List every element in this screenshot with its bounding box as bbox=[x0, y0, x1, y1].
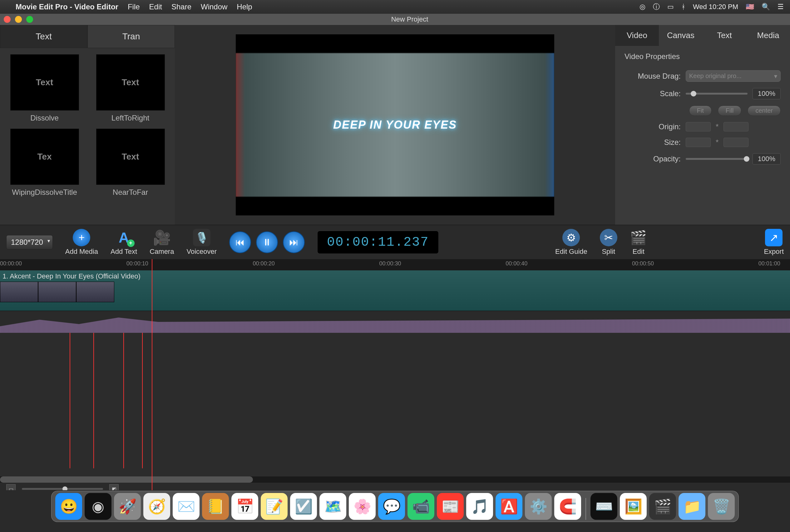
dock-app-magnet[interactable]: 🧲 bbox=[554, 493, 581, 520]
ruler-tick: 00:00:20 bbox=[253, 260, 275, 267]
spotlight-icon[interactable]: 🔍 bbox=[761, 3, 770, 11]
prev-button[interactable]: ⏮ bbox=[229, 231, 251, 253]
zoom-in-icon[interactable]: ◩ bbox=[109, 484, 119, 490]
dock-app-contacts[interactable]: 📒 bbox=[202, 493, 229, 520]
star-sep: * bbox=[716, 122, 718, 131]
export-button[interactable]: ↗ Export bbox=[764, 229, 784, 256]
close-window-button[interactable] bbox=[4, 16, 11, 23]
audio-track[interactable] bbox=[0, 311, 790, 333]
opacity-value[interactable]: 100% bbox=[753, 153, 780, 165]
add-media-button[interactable]: + Add Media bbox=[65, 229, 98, 256]
dock-app-appstore[interactable]: 🅰️ bbox=[495, 493, 522, 520]
dock-app-maps[interactable]: 🗺️ bbox=[319, 493, 346, 520]
display-icon[interactable]: ▭ bbox=[667, 3, 674, 11]
dock-app-notes[interactable]: 📝 bbox=[261, 493, 287, 520]
tab-media[interactable]: Media bbox=[746, 25, 790, 46]
pause-button[interactable]: ⏸ bbox=[256, 231, 278, 253]
menu-edit[interactable]: Edit bbox=[149, 2, 162, 11]
preset-label: NearToFar bbox=[92, 188, 169, 197]
zoom-out-icon[interactable]: ▭ bbox=[6, 484, 16, 490]
tab-tran[interactable]: Tran bbox=[88, 25, 175, 48]
tab-video[interactable]: Video bbox=[615, 25, 659, 46]
dock-app-folder[interactable]: 📁 bbox=[679, 493, 706, 520]
tab-text-props[interactable]: Text bbox=[702, 25, 746, 46]
resolution-select[interactable]: 1280*720 bbox=[6, 235, 53, 249]
dock-app-safari[interactable]: 🧭 bbox=[143, 493, 170, 520]
preset-neartofar[interactable]: Text NearToFar bbox=[92, 129, 169, 197]
bluetooth-icon[interactable]: ᚼ bbox=[681, 3, 685, 11]
dock-app-terminal[interactable]: ⌨️ bbox=[590, 493, 617, 520]
dock-area: 😀◉🚀🧭✉️📒📅📝☑️🗺️🌸💬📹📰🎵🅰️⚙️🧲⌨️🖼️🎬📁🗑️ bbox=[0, 490, 790, 525]
playhead[interactable] bbox=[152, 259, 152, 490]
tab-text[interactable]: Text bbox=[0, 25, 88, 48]
dock-app-siri[interactable]: ◉ bbox=[84, 493, 111, 520]
marker[interactable] bbox=[142, 333, 143, 468]
marker[interactable] bbox=[123, 333, 124, 468]
edit-button[interactable]: 🎬 Edit bbox=[630, 229, 647, 256]
dock-app-imovie[interactable]: 🎬 bbox=[649, 493, 676, 520]
size-h-input[interactable] bbox=[723, 138, 749, 147]
tab-canvas[interactable]: Canvas bbox=[659, 25, 702, 46]
zoom-window-button[interactable] bbox=[26, 16, 33, 23]
preset-lefttoright[interactable]: Text LeftToRight bbox=[92, 54, 169, 122]
gear-icon: ⚙ bbox=[562, 229, 580, 246]
video-track[interactable]: 1. Akcent - Deep In Your Eyes (Official … bbox=[0, 270, 790, 311]
video-preview[interactable]: DEEP IN YOUR EYES bbox=[236, 34, 554, 215]
scale-slider[interactable] bbox=[686, 93, 748, 95]
timeline[interactable]: 00:00:00 00:00:10 00:00:20 00:00:30 00:0… bbox=[0, 259, 790, 490]
preset-label: LeftToRight bbox=[92, 114, 169, 122]
voiceover-button[interactable]: 🎙️ Voiceover bbox=[186, 229, 217, 256]
marker[interactable] bbox=[93, 333, 94, 468]
dock-app-news[interactable]: 📰 bbox=[437, 493, 464, 520]
dock-app-mail[interactable]: ✉️ bbox=[173, 493, 200, 520]
timeline-scrollbar[interactable] bbox=[0, 476, 790, 483]
ruler-tick: 00:00:50 bbox=[632, 260, 654, 267]
timeline-ruler[interactable]: 00:00:00 00:00:10 00:00:20 00:00:30 00:0… bbox=[0, 259, 790, 270]
edit-guide-button[interactable]: ⚙ Edit Guide bbox=[555, 229, 587, 256]
menu-window[interactable]: Window bbox=[201, 2, 227, 11]
dock-app-preview[interactable]: 🖼️ bbox=[620, 493, 647, 520]
preset-dissolve[interactable]: Text Dissolve bbox=[6, 54, 83, 122]
camera-button[interactable]: 🎥 Camera bbox=[150, 229, 174, 256]
size-w-input[interactable] bbox=[686, 138, 711, 147]
add-text-button[interactable]: A+ Add Text bbox=[111, 229, 137, 256]
split-button[interactable]: ✂ Split bbox=[600, 229, 617, 256]
dock-app-reminders[interactable]: ☑️ bbox=[290, 493, 317, 520]
menu-help[interactable]: Help bbox=[237, 2, 252, 11]
cc-icon[interactable]: ◎ bbox=[639, 3, 645, 11]
center-button[interactable]: center bbox=[748, 106, 780, 116]
split-icon: ✂ bbox=[600, 229, 617, 246]
menu-extras-icon[interactable]: ☰ bbox=[777, 3, 784, 11]
flag-icon[interactable]: 🇺🇸 bbox=[746, 3, 754, 11]
scale-value[interactable]: 100% bbox=[753, 88, 780, 99]
fit-button[interactable]: Fit bbox=[689, 106, 712, 116]
dock-app-trash[interactable]: 🗑️ bbox=[708, 493, 735, 520]
dock-app-finder[interactable]: 😀 bbox=[55, 493, 82, 520]
next-button[interactable]: ⏭ bbox=[283, 231, 305, 253]
camera-icon: 🎥 bbox=[153, 229, 170, 246]
mouse-drag-select[interactable]: Keep original pro... bbox=[686, 70, 780, 82]
marker[interactable] bbox=[70, 333, 70, 468]
info-icon[interactable]: ⓘ bbox=[653, 2, 660, 12]
preset-wipingdissolve[interactable]: Tex WipingDissolveTitle bbox=[6, 129, 83, 197]
origin-y-input[interactable] bbox=[723, 122, 749, 131]
empty-tracks[interactable] bbox=[0, 333, 790, 476]
fill-button[interactable]: Fill bbox=[718, 106, 741, 116]
app-name[interactable]: Movie Edit Pro - Video Editor bbox=[16, 2, 118, 11]
dock-app-launchpad[interactable]: 🚀 bbox=[114, 493, 141, 520]
dock-app-messages[interactable]: 💬 bbox=[378, 493, 405, 520]
dock-app-photos[interactable]: 🌸 bbox=[349, 493, 376, 520]
ruler-tick: 00:01:00 bbox=[758, 260, 780, 267]
preset-thumb: Text bbox=[96, 54, 165, 111]
clock[interactable]: Wed 10:20 PM bbox=[693, 3, 738, 11]
menu-share[interactable]: Share bbox=[171, 2, 191, 11]
dock-app-calendar[interactable]: 📅 bbox=[231, 493, 258, 520]
menu-file[interactable]: File bbox=[128, 2, 140, 11]
minimize-window-button[interactable] bbox=[15, 16, 22, 23]
dock-app-settings[interactable]: ⚙️ bbox=[525, 493, 552, 520]
origin-x-input[interactable] bbox=[686, 122, 711, 131]
opacity-slider[interactable] bbox=[686, 158, 748, 160]
dock-app-itunes[interactable]: 🎵 bbox=[466, 493, 493, 520]
dock-app-facetime[interactable]: 📹 bbox=[408, 493, 434, 520]
zoom-slider[interactable] bbox=[22, 488, 103, 490]
